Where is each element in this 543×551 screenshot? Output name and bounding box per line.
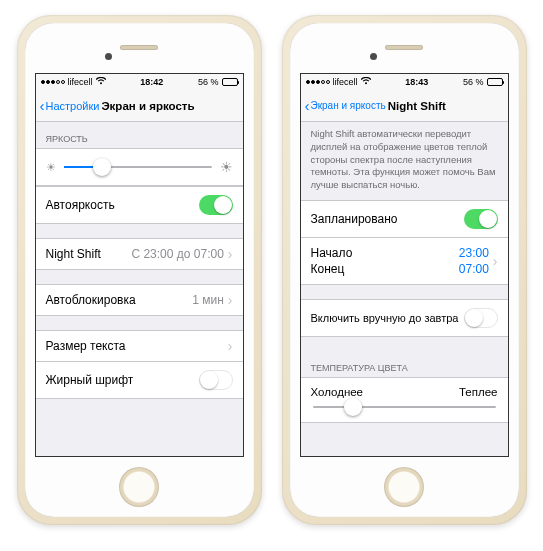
back-button[interactable]: ‹ Экран и яркость <box>305 98 386 113</box>
chevron-right-icon: › <box>228 247 233 261</box>
text-size-label: Размер текста <box>46 339 126 353</box>
schedule-times-row[interactable]: Начало Конец 23:00 07:00 › <box>301 238 508 285</box>
manual-enable-row[interactable]: Включить вручную до завтра <box>301 299 508 337</box>
screen: lifecell 18:43 56 % ‹ Экран и яркость Ni… <box>300 73 509 457</box>
autolock-row[interactable]: Автоблокировка 1 мин › <box>36 284 243 316</box>
scheduled-switch[interactable] <box>464 209 498 229</box>
chevron-right-icon: › <box>228 339 233 353</box>
front-camera <box>105 53 112 60</box>
color-temp-slider[interactable] <box>313 406 496 408</box>
sun-small-icon: ☀︎ <box>46 161 56 174</box>
page-title: Экран и яркость <box>101 100 194 112</box>
wifi-icon <box>361 77 371 87</box>
sensors <box>25 23 254 71</box>
signal-dots-icon <box>41 80 65 84</box>
home-button[interactable] <box>119 467 159 507</box>
phone-right: lifecell 18:43 56 % ‹ Экран и яркость Ni… <box>282 15 527 525</box>
home-button[interactable] <box>384 467 424 507</box>
back-label: Экран и яркость <box>311 100 386 111</box>
chevron-left-icon: ‹ <box>305 98 310 113</box>
auto-brightness-switch[interactable] <box>199 195 233 215</box>
bold-text-label: Жирный шрифт <box>46 373 134 387</box>
night-shift-detail: С 23:00 до 07:00 <box>131 247 223 261</box>
sun-large-icon: ☀︎ <box>220 159 233 175</box>
autolock-label: Автоблокировка <box>46 293 136 307</box>
start-label: Начало <box>311 246 353 260</box>
carrier-label: lifecell <box>68 77 93 87</box>
nav-bar: ‹ Экран и яркость Night Shift <box>301 90 508 122</box>
status-bar: lifecell 18:43 56 % <box>301 74 508 90</box>
page-title: Night Shift <box>388 100 446 112</box>
scheduled-label: Запланировано <box>311 212 398 226</box>
brightness-slider[interactable] <box>64 166 212 168</box>
battery-pct: 56 % <box>463 77 484 87</box>
bold-text-switch[interactable] <box>199 370 233 390</box>
brightness-slider-row: ☀︎ ☀︎ <box>36 148 243 186</box>
autolock-detail: 1 мин <box>192 293 224 307</box>
auto-brightness-row[interactable]: Автояркость <box>36 186 243 224</box>
speaker-grill <box>385 45 423 50</box>
chevron-right-icon: › <box>493 254 498 268</box>
battery-icon <box>487 78 503 86</box>
end-time: 07:00 <box>459 262 489 276</box>
phone-left: lifecell 18:42 56 % ‹ Настройки Экран и … <box>17 15 262 525</box>
night-shift-label: Night Shift <box>46 247 101 261</box>
manual-enable-switch[interactable] <box>464 308 498 328</box>
speaker-grill <box>120 45 158 50</box>
auto-brightness-label: Автояркость <box>46 198 115 212</box>
bold-text-row[interactable]: Жирный шрифт <box>36 362 243 399</box>
clock: 18:42 <box>140 77 163 87</box>
night-shift-description: Night Shift автоматически переводит дисп… <box>301 122 508 200</box>
text-size-row[interactable]: Размер текста › <box>36 330 243 362</box>
start-time: 23:00 <box>459 246 489 260</box>
nav-bar: ‹ Настройки Экран и яркость <box>36 90 243 122</box>
status-bar: lifecell 18:42 56 % <box>36 74 243 90</box>
phone-body: lifecell 18:42 56 % ‹ Настройки Экран и … <box>25 23 254 517</box>
temp-cold-label: Холоднее <box>311 386 364 398</box>
sensors <box>290 23 519 71</box>
night-shift-row[interactable]: Night Shift С 23:00 до 07:00 › <box>36 238 243 270</box>
color-temp-header: ТЕМПЕРАТУРА ЦВЕТА <box>301 351 508 377</box>
scheduled-row[interactable]: Запланировано <box>301 200 508 238</box>
temp-warm-label: Теплее <box>459 386 498 398</box>
chevron-right-icon: › <box>228 293 233 307</box>
battery-pct: 56 % <box>198 77 219 87</box>
battery-icon <box>222 78 238 86</box>
screen: lifecell 18:42 56 % ‹ Настройки Экран и … <box>35 73 244 457</box>
chevron-left-icon: ‹ <box>40 98 45 113</box>
back-label: Настройки <box>46 100 100 112</box>
signal-dots-icon <box>306 80 330 84</box>
end-label: Конец <box>311 262 353 276</box>
carrier-label: lifecell <box>333 77 358 87</box>
clock: 18:43 <box>405 77 428 87</box>
phone-body: lifecell 18:43 56 % ‹ Экран и яркость Ni… <box>290 23 519 517</box>
front-camera <box>370 53 377 60</box>
manual-enable-label: Включить вручную до завтра <box>311 312 459 324</box>
color-temp-row: Холоднее Теплее <box>301 377 508 423</box>
back-button[interactable]: ‹ Настройки <box>40 98 100 113</box>
brightness-header: ЯРКОСТЬ <box>36 122 243 148</box>
wifi-icon <box>96 77 106 87</box>
